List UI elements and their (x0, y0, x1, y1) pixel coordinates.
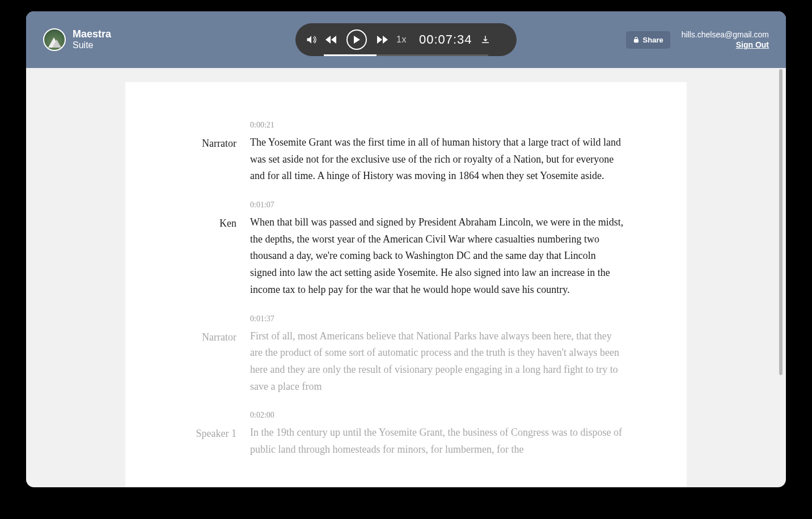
transcript-segment: Narrator0:00:21The Yosemite Grant was th… (182, 121, 624, 185)
user-email: hills.chelsea@gmail.com (682, 30, 769, 39)
playback-speed[interactable]: 1x (396, 35, 407, 45)
segment-timestamp[interactable]: 0:01:37 (250, 314, 624, 324)
brand-text: Maestra Suite (73, 29, 111, 50)
scrollbar[interactable] (779, 69, 783, 484)
audio-player: 1x 00:07:34 (295, 23, 517, 56)
speaker-label[interactable]: Narrator (182, 121, 236, 185)
segment-body: 0:02:00In the 19th century up until the … (250, 411, 624, 458)
volume-icon (306, 34, 317, 45)
share-button[interactable]: Share (626, 31, 670, 49)
segment-body: 0:00:21The Yosemite Grant was the first … (250, 121, 624, 185)
volume-button[interactable] (306, 34, 317, 45)
download-icon (480, 35, 490, 45)
segment-body: 0:01:07When that bill was passed and sig… (250, 201, 624, 298)
header-right: Share hills.chelsea@gmail.com Sign Out (626, 30, 769, 49)
segment-text[interactable]: The Yosemite Grant was the first time in… (250, 134, 624, 185)
play-icon (353, 36, 361, 44)
lock-icon (633, 36, 640, 43)
download-button[interactable] (480, 35, 490, 45)
brand-name: Maestra (73, 29, 111, 40)
transcript-document: Narrator0:00:21The Yosemite Grant was th… (125, 82, 687, 487)
brand-logo[interactable]: Maestra Suite (43, 28, 111, 51)
scrollbar-thumb[interactable] (779, 69, 783, 375)
progress-bar[interactable] (324, 54, 488, 56)
transcript-segment: Speaker 10:02:00In the 19th century up u… (182, 411, 624, 458)
segment-text[interactable]: When that bill was passed and signed by … (250, 214, 624, 298)
play-button[interactable] (346, 29, 367, 50)
segment-body: 0:01:37First of all, most Americans beli… (250, 314, 624, 395)
svg-rect-0 (634, 40, 638, 42)
sign-out-link[interactable]: Sign Out (736, 40, 769, 49)
forward-button[interactable] (375, 34, 388, 45)
share-label: Share (643, 36, 663, 44)
brand-sub: Suite (73, 40, 111, 50)
segment-timestamp[interactable]: 0:02:00 (250, 411, 624, 420)
timecode: 00:07:34 (419, 32, 472, 47)
speaker-label[interactable]: Ken (182, 201, 236, 298)
segment-timestamp[interactable]: 0:00:21 (250, 121, 624, 130)
rewind-icon (325, 34, 339, 45)
speaker-label[interactable]: Speaker 1 (182, 411, 236, 458)
transcript-segment: Ken0:01:07When that bill was passed and … (182, 201, 624, 298)
transcript-segment: Narrator0:01:37First of all, most Americ… (182, 314, 624, 395)
app-header: Maestra Suite 1x 00:07:34 (26, 11, 786, 68)
app-window: Maestra Suite 1x 00:07:34 (26, 11, 786, 487)
segment-text[interactable]: First of all, most Americans believe tha… (250, 328, 624, 395)
user-info: hills.chelsea@gmail.com Sign Out (682, 30, 769, 49)
rewind-button[interactable] (325, 34, 339, 45)
segment-text[interactable]: In the 19th century up until the Yosemit… (250, 424, 624, 458)
mountain-logo-icon (43, 28, 66, 51)
segment-timestamp[interactable]: 0:01:07 (250, 201, 624, 210)
content-scroll[interactable]: Narrator0:00:21The Yosemite Grant was th… (26, 68, 786, 487)
progress-fill (324, 54, 377, 56)
speaker-label[interactable]: Narrator (182, 314, 236, 395)
forward-icon (375, 34, 388, 45)
